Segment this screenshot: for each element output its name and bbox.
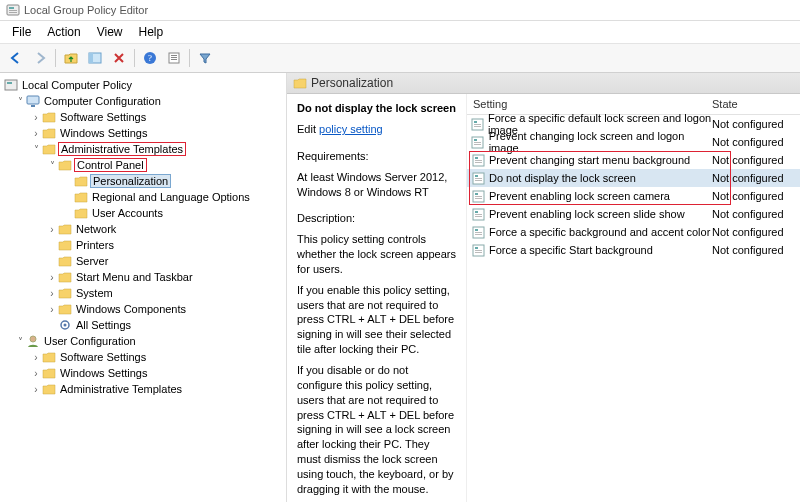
collapse-toggle-icon[interactable]: ˅ (14, 96, 26, 107)
expand-toggle-icon[interactable]: › (46, 288, 58, 299)
expand-toggle-icon[interactable]: › (46, 304, 58, 315)
svg-rect-2 (9, 10, 17, 11)
tree-node-personalization[interactable]: Personalization (0, 173, 286, 189)
tree-label: User Configuration (42, 335, 138, 347)
folder-icon (58, 222, 72, 236)
list-row[interactable]: Prevent changing lock screen and logon i… (467, 133, 800, 151)
svg-rect-40 (475, 211, 478, 213)
svg-rect-50 (475, 252, 482, 253)
list-row[interactable]: Prevent enabling lock screen slide showN… (467, 205, 800, 223)
folder-icon (74, 190, 88, 204)
svg-rect-15 (31, 105, 35, 107)
tree-node-all-settings[interactable]: All Settings (0, 317, 286, 333)
list-row[interactable]: Prevent changing start menu backgroundNo… (467, 151, 800, 169)
tree-node-user-accounts[interactable]: User Accounts (0, 205, 286, 221)
properties-button[interactable] (163, 47, 185, 69)
tree-node-regional-language[interactable]: Regional and Language Options (0, 189, 286, 205)
description-pane: Do not display the lock screen Edit poli… (287, 94, 467, 502)
svg-rect-49 (475, 250, 482, 251)
menu-action[interactable]: Action (39, 23, 88, 41)
cell-state: Not configured (712, 136, 800, 148)
col-header-state[interactable]: State (712, 98, 800, 110)
expand-toggle-icon[interactable]: › (30, 384, 42, 395)
tree-node-software-settings[interactable]: › Software Settings (0, 109, 286, 125)
tree-node-windows-components[interactable]: › Windows Components (0, 301, 286, 317)
policy-item-icon (471, 135, 485, 149)
expand-toggle-icon[interactable]: › (30, 112, 42, 123)
setting-name: Prevent changing lock screen and logon i… (489, 130, 712, 154)
tree-node-windows-settings[interactable]: › Windows Settings (0, 125, 286, 141)
list-row[interactable]: Force a specific Start backgroundNot con… (467, 241, 800, 259)
tree-node-printers[interactable]: Printers (0, 237, 286, 253)
delete-button[interactable] (108, 47, 130, 69)
list-row[interactable]: Prevent enabling lock screen cameraNot c… (467, 187, 800, 205)
cell-state: Not configured (712, 118, 800, 130)
collapse-toggle-icon[interactable]: ˅ (30, 144, 42, 155)
folder-icon (74, 206, 88, 220)
expand-toggle-icon[interactable]: › (30, 368, 42, 379)
folder-icon (58, 286, 72, 300)
expand-toggle-icon[interactable]: › (46, 224, 58, 235)
svg-rect-45 (475, 232, 482, 233)
tree-label: Server (74, 255, 110, 267)
svg-rect-37 (475, 196, 482, 197)
collapse-toggle-icon[interactable]: ˅ (14, 336, 26, 347)
folder-icon (58, 238, 72, 252)
tree-label: All Settings (74, 319, 133, 331)
up-button[interactable] (60, 47, 82, 69)
tree-node-computer-configuration[interactable]: ˅ Computer Configuration (0, 93, 286, 109)
show-hide-tree-button[interactable] (84, 47, 106, 69)
tree-node-user-software-settings[interactable]: › Software Settings (0, 349, 286, 365)
policy-item-icon (471, 153, 485, 167)
description-text: This policy setting controls whether the… (297, 232, 456, 277)
tree-node-control-panel[interactable]: ˅ Control Panel (0, 157, 286, 173)
list-row[interactable]: Force a specific background and accent c… (467, 223, 800, 241)
tree-node-user-administrative-templates[interactable]: › Administrative Templates (0, 381, 286, 397)
expand-toggle-icon[interactable]: › (30, 352, 42, 363)
forward-button[interactable] (29, 47, 51, 69)
expand-toggle-icon[interactable]: › (46, 272, 58, 283)
expand-toggle-icon[interactable]: › (30, 128, 42, 139)
help-button[interactable]: ? (139, 47, 161, 69)
toolbar-separator (134, 49, 135, 67)
edit-policy-link[interactable]: policy setting (319, 123, 383, 135)
tree-node-user-windows-settings[interactable]: › Windows Settings (0, 365, 286, 381)
tree-node-network[interactable]: › Network (0, 221, 286, 237)
col-header-setting[interactable]: Setting (467, 98, 712, 110)
policy-title: Do not display the lock screen (297, 102, 456, 114)
list-row[interactable]: Do not display the lock screenNot config… (467, 169, 800, 187)
back-button[interactable] (5, 47, 27, 69)
edit-link-line: Edit policy setting (297, 122, 456, 137)
settings-list: Setting State Force a specific default l… (467, 94, 800, 502)
folder-icon (42, 382, 56, 396)
tree-node-start-menu-taskbar[interactable]: › Start Menu and Taskbar (0, 269, 286, 285)
menu-file[interactable]: File (4, 23, 39, 41)
requirements-label: Requirements: (297, 149, 456, 164)
tree-node-server[interactable]: Server (0, 253, 286, 269)
filter-button[interactable] (194, 47, 216, 69)
svg-rect-1 (9, 7, 14, 9)
folder-icon (58, 158, 72, 172)
nav-tree[interactable]: Local Computer Policy ˅ Computer Configu… (0, 73, 287, 502)
tree-label: Windows Components (74, 303, 188, 315)
menu-view[interactable]: View (89, 23, 131, 41)
tree-label: Control Panel (74, 158, 147, 172)
tree-label: Windows Settings (58, 127, 149, 139)
svg-rect-36 (475, 193, 478, 195)
folder-icon (58, 254, 72, 268)
policy-item-icon (471, 225, 485, 239)
folder-icon (42, 366, 56, 380)
svg-rect-22 (474, 126, 481, 127)
menubar: File Action View Help (0, 21, 800, 43)
policy-item-icon (471, 243, 485, 257)
svg-point-17 (64, 324, 67, 327)
tree-node-root[interactable]: Local Computer Policy (0, 77, 286, 93)
collapse-toggle-icon[interactable]: ˅ (46, 160, 58, 171)
menu-help[interactable]: Help (131, 23, 172, 41)
cell-setting: Prevent enabling lock screen slide show (467, 207, 712, 221)
cell-state: Not configured (712, 208, 800, 220)
svg-rect-21 (474, 124, 481, 125)
tree-node-system[interactable]: › System (0, 285, 286, 301)
tree-node-administrative-templates[interactable]: ˅ Administrative Templates (0, 141, 286, 157)
tree-node-user-configuration[interactable]: ˅ User Configuration (0, 333, 286, 349)
